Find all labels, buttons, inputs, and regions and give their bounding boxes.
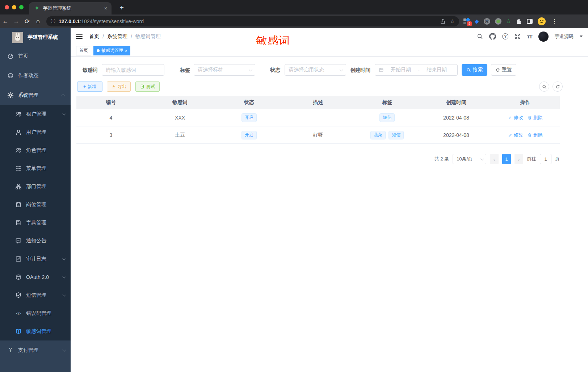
sidebar-item-error-code[interactable]: </> 错误码管理 [0, 304, 71, 322]
url-path: :1024/system/sensitive-word [80, 18, 144, 24]
sidebar-item-payment[interactable]: ¥ 支付管理 [0, 340, 71, 360]
delete-link[interactable]: 删除 [528, 132, 543, 138]
tab-sensitive-word[interactable]: 敏感词管理 × [93, 46, 130, 55]
sidebar-item-dict[interactable]: 字典管理 [0, 214, 71, 232]
share-icon[interactable] [440, 18, 446, 24]
sidebar-item-dept[interactable]: 部门管理 [0, 177, 71, 196]
reset-button[interactable]: 重置 [491, 64, 516, 76]
sidebar-item-audit-log[interactable]: 审计日志 [0, 250, 71, 268]
org-chart-icon [15, 183, 22, 190]
refresh-table-button[interactable] [553, 81, 563, 92]
date-end-placeholder[interactable]: 结束日期 [420, 67, 454, 73]
sidebar-logo[interactable]: 芋道管理系统 [0, 28, 71, 46]
date-start-placeholder[interactable]: 开始日期 [384, 67, 418, 73]
command-extension-icon[interactable]: ⌘ [484, 18, 490, 25]
zoom-window-button[interactable] [19, 5, 24, 9]
sidebar-item-sensitive-word[interactable]: 敏感词管理 [0, 322, 71, 340]
delete-link[interactable]: 删除 [528, 114, 543, 121]
minimize-window-button[interactable] [12, 5, 16, 9]
address-bar[interactable]: ⓘ 127.0.0.1 :1024/system/sensitive-word … [46, 16, 459, 26]
green-star-extension-icon[interactable]: ☆ [506, 18, 511, 24]
browser-tab[interactable]: 芋道管理系统 × [29, 2, 112, 14]
sidebar-item-sms[interactable]: 短信管理 [0, 286, 71, 304]
edit-link[interactable]: 修改 [508, 132, 523, 138]
close-window-button[interactable] [5, 5, 9, 9]
extension-badge: 9 [467, 21, 472, 26]
side-panel-icon[interactable] [527, 19, 533, 24]
forward-icon[interactable]: → [11, 18, 22, 25]
github-icon[interactable] [489, 33, 496, 40]
kite-extension-icon[interactable]: ◆ [475, 18, 479, 25]
sidebar-item-role[interactable]: 角色管理 [0, 141, 71, 159]
sidebar-item-label: 支付管理 [18, 347, 62, 354]
status-badge: 开启 [242, 131, 257, 139]
search-icon[interactable] [477, 33, 483, 39]
page-size-select[interactable]: 10条/页 [453, 154, 486, 164]
username: 芋道源码 [555, 33, 574, 40]
green-dot-extension-icon[interactable] [495, 18, 501, 25]
prev-page-button[interactable]: ‹ [490, 154, 499, 164]
current-page[interactable]: 1 [502, 154, 511, 164]
sidebar-item-system[interactable]: 系统管理 [0, 85, 71, 105]
fullscreen-icon[interactable] [514, 33, 521, 39]
puzzle-extension-icon[interactable] [516, 18, 522, 25]
reload-icon[interactable]: ⟳ [22, 18, 33, 25]
cell-description: 好呀 [284, 132, 353, 138]
sidebar-item-tenant[interactable]: 租户管理 [0, 105, 71, 123]
extensions-area: 9 ◆ ⌘ ☆ ⋮ [463, 17, 561, 26]
sidebar-menu: 首页 作者动态 系统管理 租户管理 用户管理 [0, 46, 71, 360]
export-button[interactable]: 导出 [107, 81, 131, 92]
navbar-actions: ? тT 芋道源码 [477, 32, 583, 42]
sidebar-item-menu[interactable]: 菜单管理 [0, 159, 71, 177]
refresh-icon [555, 84, 560, 89]
sidebar-item-author-news[interactable]: 作者动态 [0, 66, 71, 85]
search-button[interactable]: 搜索 [462, 64, 487, 76]
table-row: 3 土豆 开启 好呀 蔬菜 短信 2022-04-08 修改 删除 [76, 126, 560, 144]
status-select[interactable]: 请选择启用状态 [285, 64, 346, 76]
bookmark-star-icon[interactable]: ☆ [450, 18, 455, 25]
user-avatar[interactable] [538, 32, 549, 42]
sidebar-item-notice[interactable]: 通知公告 [0, 232, 71, 250]
new-tab-button[interactable]: + [117, 3, 127, 13]
edit-square-icon [15, 256, 22, 262]
logo-rabbit-image [12, 32, 23, 43]
sidebar-item-oauth[interactable]: OAuth 2.0 [0, 268, 71, 286]
tag-badge: 短信 [379, 113, 395, 122]
status-label: 状态 [270, 64, 280, 76]
add-button[interactable]: + 新增 [77, 81, 102, 92]
date-range-picker[interactable]: 开始日期 - 结束日期 [375, 64, 458, 76]
profile-avatar-icon[interactable] [537, 17, 546, 26]
site-info-icon[interactable]: ⓘ [51, 18, 55, 25]
help-icon[interactable]: ? [502, 33, 508, 39]
tab-home[interactable]: 首页 [76, 46, 91, 55]
menu-fold-icon[interactable] [76, 33, 83, 40]
edit-link[interactable]: 修改 [508, 114, 523, 121]
tab-close-icon[interactable]: × [125, 49, 127, 53]
tag-select[interactable]: 请选择标签 [194, 64, 255, 76]
table-header-row: 编号 敏感词 状态 描述 标签 创建时间 操作 [76, 96, 560, 109]
breadcrumb-home[interactable]: 首页 [89, 33, 99, 40]
test-button[interactable]: 测试 [135, 81, 160, 92]
back-icon[interactable]: ← [0, 18, 11, 25]
show-search-toggle-button[interactable] [539, 81, 549, 92]
gear-icon [7, 92, 14, 99]
sidebar-item-user[interactable]: 用户管理 [0, 123, 71, 141]
next-page-button[interactable]: › [514, 154, 523, 164]
sidebar-item-home[interactable]: 首页 [0, 46, 71, 66]
favicon-leaf-icon [34, 5, 40, 11]
keyword-input-field[interactable] [106, 67, 160, 73]
extension-grid-icon[interactable]: 9 [463, 18, 470, 25]
goto-page-input[interactable] [540, 154, 551, 164]
sensitive-word-table: 编号 敏感词 状态 描述 标签 创建时间 操作 4 XXX 开启 短信 2022… [76, 96, 560, 144]
breadcrumb-separator: / [131, 34, 132, 39]
font-size-icon[interactable]: тT [527, 33, 532, 39]
home-icon[interactable]: ⌂ [33, 18, 43, 25]
pencil-icon [508, 116, 512, 120]
sidebar-item-post[interactable]: 岗位管理 [0, 196, 71, 214]
breadcrumb-system[interactable]: 系统管理 [107, 33, 127, 40]
browser-menu-icon[interactable]: ⋮ [552, 18, 557, 25]
caret-down-icon[interactable] [580, 35, 583, 37]
tab-close-icon[interactable]: × [104, 5, 108, 11]
keyword-input[interactable] [102, 64, 164, 76]
trash-icon [528, 116, 532, 120]
